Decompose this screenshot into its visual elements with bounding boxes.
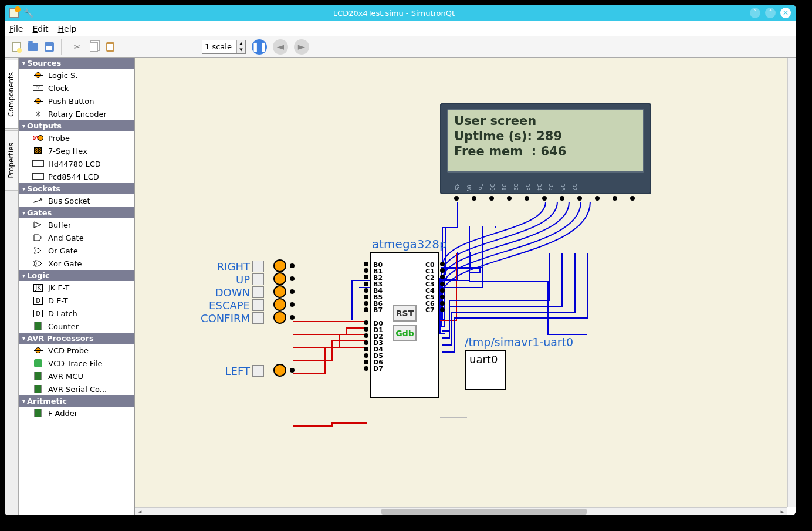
minimize-button[interactable]: ˅ [750, 8, 760, 18]
save-file-button[interactable] [42, 40, 56, 54]
item-f-adder[interactable]: F Adder [19, 407, 134, 420]
new-file-button[interactable] [9, 40, 23, 54]
pushbutton-down[interactable] [252, 286, 264, 298]
item-buffer[interactable]: Buffer [19, 218, 134, 231]
item-jk-et[interactable]: JKJK E-T [19, 281, 134, 294]
mcu-pindots-bl [364, 262, 368, 312]
item-push-button[interactable]: Push Button [19, 94, 134, 107]
pushbutton-up[interactable] [252, 273, 264, 285]
pushbutton-confirm[interactable] [252, 312, 264, 324]
item-or-gate[interactable]: Or Gate [19, 244, 134, 257]
vertical-scrollbar[interactable] [787, 58, 796, 507]
chip-icon [34, 409, 42, 417]
step-back-button[interactable]: ◄ [273, 39, 288, 55]
scroll-thumb[interactable] [381, 509, 587, 515]
cat-logic[interactable]: Logic [19, 270, 134, 281]
label-right: RIGHT [197, 261, 250, 273]
node-right[interactable] [273, 259, 286, 272]
item-rotary-encoder[interactable]: ✳Rotary Encoder [19, 107, 134, 120]
flipflop-icon: D [33, 297, 43, 305]
node-left[interactable] [273, 364, 286, 377]
vcd-icon [34, 359, 42, 367]
item-clock[interactable]: ⎍⎍Clock [19, 82, 134, 94]
item-counter[interactable]: Counter [19, 320, 134, 333]
uart-box[interactable]: uart0 [465, 350, 506, 390]
pushbutton-right[interactable] [252, 261, 264, 272]
scale-spinbox[interactable]: ▲ ▼ [202, 40, 246, 54]
pause-button[interactable]: ❚❚ [252, 39, 267, 55]
item-hd44780[interactable]: Hd44780 LCD [19, 157, 134, 170]
item-vcd-probe[interactable]: VCD Probe [19, 344, 134, 357]
window-title: LCD20x4Test.simu - SimutronQt [38, 9, 750, 18]
bus-icon: ⟿ [32, 195, 45, 206]
item-logic-s[interactable]: Logic S. [19, 69, 134, 82]
cat-aritmetic[interactable]: Aritmetic [19, 395, 134, 407]
cat-gates[interactable]: Gates [19, 207, 134, 218]
mcu-pindots-dl [364, 320, 368, 371]
item-xor-gate[interactable]: Xor Gate [19, 257, 134, 270]
item-probe[interactable]: 5VProbe [19, 131, 134, 144]
copy-button[interactable] [87, 40, 101, 54]
cat-outputs[interactable]: Outputs [19, 120, 134, 131]
menu-edit[interactable]: Edit [32, 24, 48, 33]
item-vcd-trace[interactable]: VCD Trace File [19, 357, 134, 370]
new-file-icon [12, 42, 21, 52]
scale-up-button[interactable]: ▲ [237, 40, 245, 47]
tab-properties[interactable]: Properties [5, 130, 18, 191]
item-bus-socket[interactable]: ⟿Bus Socket [19, 194, 134, 207]
label-escape: ESCAPE [197, 299, 250, 312]
scroll-right-arrow[interactable]: ► [779, 508, 786, 515]
node-down[interactable] [273, 285, 286, 298]
item-7seg[interactable]: 887-Seg Hex [19, 144, 134, 157]
tab-components[interactable]: Components [5, 60, 18, 129]
node-escape[interactable] [273, 298, 286, 311]
menubar: File Edit Help [5, 21, 796, 36]
canvas-area: User screen Uptime (s): 289 Free mem : 6… [135, 58, 796, 515]
item-avr-serial[interactable]: AVR Serial Co... [19, 383, 134, 395]
seven-seg-icon: 88 [34, 147, 42, 154]
lcd-module[interactable]: User screen Uptime (s): 289 Free mem : 6… [440, 103, 651, 194]
node-up[interactable] [273, 272, 286, 285]
maximize-button[interactable]: ˄ [765, 8, 776, 18]
mcu-gdb-button[interactable]: Gdb [393, 325, 417, 341]
mcu-pins-b: B0B1B2B3B4B5B6B7 [373, 262, 383, 313]
menu-file[interactable]: File [9, 24, 23, 33]
and-gate-icon [33, 234, 43, 242]
app-icon [9, 8, 19, 18]
paste-button[interactable] [103, 40, 117, 54]
chip-icon [34, 322, 42, 330]
cat-sources[interactable]: Sources [19, 58, 134, 69]
scale-input[interactable] [202, 40, 236, 53]
buffer-icon [33, 221, 43, 229]
item-d-latch[interactable]: DD Latch [19, 307, 134, 320]
flipflop-icon: JK [33, 284, 43, 292]
titlebar: 🔧 LCD20x4Test.simu - SimutronQt ˅ ˄ ✕ [5, 5, 796, 21]
close-button[interactable]: ✕ [780, 8, 791, 18]
item-d-et[interactable]: DD E-T [19, 294, 134, 307]
menu-help[interactable]: Help [58, 24, 77, 33]
horizontal-scrollbar[interactable]: ◄ ► [135, 507, 787, 515]
pushbutton-escape[interactable] [252, 299, 264, 311]
scroll-left-arrow[interactable]: ◄ [136, 508, 143, 515]
circuit-canvas[interactable]: User screen Uptime (s): 289 Free mem : 6… [135, 58, 787, 507]
components-tree: Sources Logic S. ⎍⎍Clock Push Button ✳Ro… [19, 58, 135, 515]
step-back-icon: ◄ [277, 41, 284, 52]
scale-down-button[interactable]: ▼ [237, 47, 245, 53]
mcu-rst-button[interactable]: RST [393, 305, 417, 322]
uart-path-label: /tmp/simavr1-uart0 [465, 336, 573, 349]
pushbutton-left[interactable] [252, 365, 264, 377]
item-and-gate[interactable]: And Gate [19, 231, 134, 244]
chip-icon [34, 385, 42, 393]
clock-icon: ⎍⎍ [33, 85, 43, 91]
node-confirm[interactable] [273, 311, 286, 324]
item-pcd8544[interactable]: Pcd8544 LCD [19, 170, 134, 183]
step-forward-button[interactable]: ► [294, 39, 309, 55]
save-icon [45, 42, 54, 52]
clipboard-icon [106, 42, 114, 52]
side-tab-strip: Components Properties [5, 58, 19, 515]
cut-button[interactable]: ✂ [70, 40, 84, 54]
open-file-button[interactable] [26, 40, 40, 54]
cat-sockets[interactable]: Sockets [19, 183, 134, 194]
item-avr-mcu[interactable]: AVR MCU [19, 370, 134, 383]
cat-avr[interactable]: AVR Processors [19, 333, 134, 344]
